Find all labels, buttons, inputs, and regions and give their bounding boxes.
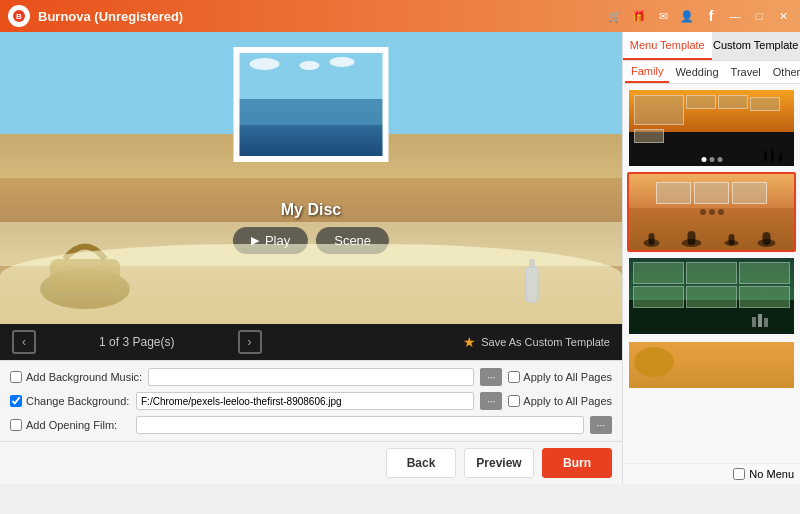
svg-rect-16 (763, 232, 771, 245)
svg-rect-12 (688, 231, 696, 245)
burn-button[interactable]: Burn (542, 448, 612, 478)
opening-film-label: Add Opening Film: (10, 419, 130, 431)
titlebar: B Burnova (Unregistered) 🛒 🎁 ✉ 👤 f — □ ✕ (0, 0, 800, 32)
bottom-buttons: Back Preview Burn (0, 441, 622, 484)
tab-menu-template[interactable]: Menu Template (623, 32, 712, 60)
back-button[interactable]: Back (386, 448, 456, 478)
star-icon: ★ (463, 334, 476, 350)
change-bg-apply: Apply to All Pages (508, 395, 612, 407)
cat-wedding[interactable]: Wedding (669, 62, 724, 82)
bottle-svg (522, 259, 542, 309)
change-bg-label: Change Background: (10, 395, 130, 407)
left-panel: My Disc Play Scene (0, 32, 622, 484)
bg-music-input[interactable] (148, 368, 474, 386)
save-template-button[interactable]: ★ Save As Custom Template (463, 334, 610, 350)
opening-film-browse[interactable]: ··· (590, 416, 612, 434)
tab-custom-template[interactable]: Custom Template (712, 32, 801, 60)
no-menu-checkbox[interactable] (733, 468, 745, 480)
picnic-scene (0, 124, 622, 324)
template-tabs: Menu Template Custom Template (623, 32, 800, 61)
win-minimize[interactable]: — (726, 7, 744, 25)
page-info: 1 of 3 Page(s) (44, 335, 230, 349)
change-bg-apply-checkbox[interactable] (508, 395, 520, 407)
bg-music-label: Add Background Music: (10, 371, 142, 383)
app-title: Burnova (Unregistered) (38, 9, 606, 24)
svg-text:B: B (16, 12, 22, 21)
svg-rect-18 (758, 314, 762, 327)
email-icon[interactable]: ✉ (654, 7, 672, 25)
svg-rect-7 (771, 149, 774, 161)
svg-rect-19 (764, 318, 768, 327)
svg-rect-10 (649, 233, 655, 245)
template-item-3[interactable] (627, 256, 796, 336)
template-item-2[interactable] (627, 172, 796, 252)
win-close[interactable]: ✕ (774, 7, 792, 25)
cloud-3 (330, 57, 355, 67)
change-bg-browse[interactable]: ··· (480, 392, 502, 410)
bg-music-row: Add Background Music: ··· Apply to All P… (10, 367, 612, 387)
bg-music-browse[interactable]: ··· (480, 368, 502, 386)
right-panel: Menu Template Custom Template Family Wed… (622, 32, 800, 484)
bg-music-apply-checkbox[interactable] (508, 371, 520, 383)
no-menu-label: No Menu (749, 468, 794, 480)
category-tabs: Family Wedding Travel Others ▶ (623, 61, 800, 84)
change-bg-input[interactable] (136, 392, 474, 410)
bg-music-checkbox[interactable] (10, 371, 22, 383)
preview-button[interactable]: Preview (464, 448, 534, 478)
opening-film-row: Add Opening Film: ··· (10, 415, 612, 435)
window-controls: 🛒 🎁 ✉ 👤 f — □ ✕ (606, 7, 792, 25)
cat-others[interactable]: Others (767, 62, 800, 82)
template-item-4[interactable] (627, 340, 796, 390)
next-page-button[interactable]: › (238, 330, 262, 354)
tmpl1-dots (701, 157, 722, 162)
gift-icon[interactable]: 🎁 (630, 7, 648, 25)
change-bg-row: Change Background: ··· Apply to All Page… (10, 391, 612, 411)
template-item-1[interactable] (627, 88, 796, 168)
nav-bar: ‹ 1 of 3 Page(s) › ★ Save As Custom Temp… (0, 324, 622, 360)
no-menu-row: No Menu (623, 463, 800, 484)
svg-rect-4 (529, 259, 535, 267)
bg-music-apply: Apply to All Pages (508, 371, 612, 383)
svg-rect-6 (764, 151, 767, 161)
opening-film-checkbox[interactable] (10, 419, 22, 431)
win-maximize[interactable]: □ (750, 7, 768, 25)
cat-travel[interactable]: Travel (725, 62, 767, 82)
facebook-icon[interactable]: f (702, 7, 720, 25)
options-bar: Add Background Music: ··· Apply to All P… (0, 360, 622, 441)
minimize-button[interactable]: 🛒 (606, 7, 624, 25)
svg-rect-5 (526, 267, 538, 302)
svg-rect-17 (752, 317, 756, 327)
svg-rect-14 (729, 234, 735, 245)
svg-rect-8 (779, 153, 782, 161)
change-bg-checkbox[interactable] (10, 395, 22, 407)
cloud-1 (250, 58, 280, 70)
main-area: My Disc Play Scene (0, 32, 800, 484)
opening-film-input[interactable] (136, 416, 584, 434)
cloud-2 (300, 61, 320, 70)
preview-area: My Disc Play Scene (0, 32, 622, 324)
template-list (623, 84, 800, 463)
user-icon[interactable]: 👤 (678, 7, 696, 25)
prev-page-button[interactable]: ‹ (12, 330, 36, 354)
app-logo: B (8, 5, 30, 27)
cat-family[interactable]: Family (625, 61, 669, 83)
save-template-label: Save As Custom Template (481, 336, 610, 348)
